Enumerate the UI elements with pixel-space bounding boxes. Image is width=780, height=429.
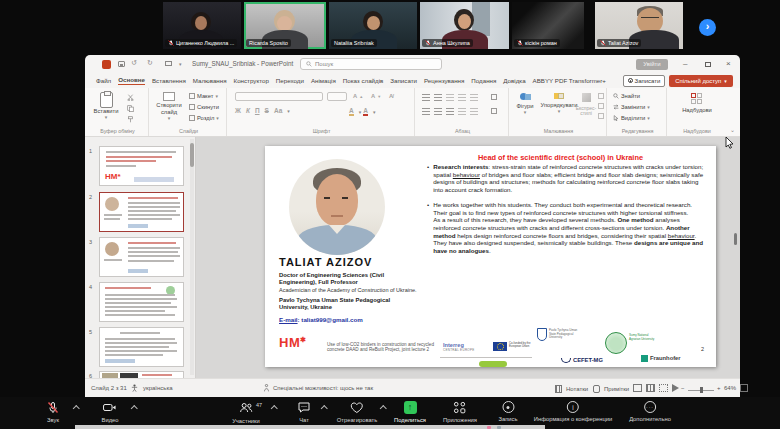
more-button[interactable]: ··· Дополнительно	[629, 401, 671, 422]
select-button[interactable]: Виділити▾	[613, 115, 650, 121]
tab-home[interactable]: Основне	[118, 76, 145, 85]
text-direction-icon[interactable]	[491, 94, 497, 100]
strikethrough-button[interactable]: S	[265, 107, 269, 114]
numbering-icon[interactable]	[434, 94, 442, 101]
slide-thumbnail-6[interactable]	[99, 371, 184, 378]
next-participants-page-button[interactable]: ›	[699, 19, 716, 36]
accessibility-person-icon[interactable]	[131, 384, 138, 393]
record-meeting-button[interactable]: Запись	[498, 401, 517, 422]
change-case-button[interactable]: Аа	[274, 107, 282, 114]
tab-record[interactable]: Записати	[390, 77, 417, 85]
share-button[interactable]: Спільний доступ▾	[669, 75, 733, 87]
search-input[interactable]: Пошук	[300, 58, 442, 70]
shape-fill-icon[interactable]	[598, 93, 604, 99]
share-screen-button[interactable]: ↑ Поделиться	[394, 401, 426, 423]
align-right-icon[interactable]	[446, 108, 454, 115]
tab-draw[interactable]: Малювання	[193, 77, 227, 85]
zoom-slider[interactable]	[688, 390, 714, 391]
meeting-info-button[interactable]: i Информация о конференции	[534, 401, 612, 422]
font-color-button[interactable]: А	[363, 107, 368, 116]
tab-help[interactable]: Довідка	[503, 77, 525, 85]
find-button[interactable]: Знайти	[613, 93, 640, 99]
underline-button[interactable]: П	[255, 107, 260, 114]
tab-slideshow[interactable]: Показ слайдів	[343, 77, 384, 85]
view-sorter-button[interactable]	[646, 384, 655, 392]
save-icon[interactable]	[118, 61, 125, 67]
participant-tile[interactable]: кісікін роман	[512, 2, 584, 49]
cut-button[interactable]	[127, 94, 134, 101]
audio-options-caret[interactable]	[73, 405, 79, 411]
format-painter-button[interactable]	[127, 116, 134, 123]
clear-formatting-button[interactable]: А̸	[389, 93, 393, 99]
react-button[interactable]: Отреагировать	[337, 401, 377, 423]
paste-button[interactable]: Вставити ▾	[93, 92, 119, 120]
status-language[interactable]: українська	[143, 385, 173, 391]
record-button[interactable]: Записати	[623, 75, 665, 87]
participants-button[interactable]: 47 Участники	[232, 401, 260, 424]
react-options-caret[interactable]	[380, 405, 386, 411]
participant-tile[interactable]: Nataliia Sribniak	[329, 2, 417, 49]
copy-button[interactable]	[127, 105, 134, 112]
audio-button[interactable]: Звук	[47, 401, 60, 423]
columns-icon[interactable]	[470, 108, 478, 115]
view-reading-button[interactable]	[659, 384, 668, 392]
video-button[interactable]: Видео	[102, 401, 119, 423]
zoom-percent[interactable]: 64%	[724, 385, 736, 391]
grow-font-button[interactable]: А▲	[353, 93, 363, 99]
slideshow-from-start-icon[interactable]	[165, 61, 172, 66]
slide-canvas[interactable]: Head of the scientific direct (school) i…	[265, 146, 716, 367]
align-center-icon[interactable]	[434, 108, 442, 115]
view-slideshow-button[interactable]	[672, 384, 679, 392]
slide-thumbnail-1[interactable]: HM*	[99, 146, 184, 186]
participants-options-caret[interactable]	[271, 405, 277, 411]
justify-icon[interactable]	[458, 108, 466, 115]
maximize-button[interactable]	[705, 62, 711, 67]
panel-scrollbar[interactable]	[190, 139, 194, 375]
signin-button[interactable]: Увійти	[636, 59, 668, 70]
accessibility-check-icon[interactable]	[263, 384, 270, 393]
highlight-color-button[interactable]: А	[349, 107, 354, 116]
shrink-font-button[interactable]: А▼	[371, 93, 381, 99]
bullets-icon[interactable]	[422, 94, 430, 101]
collapse-ribbon-icon[interactable]: ⌄	[730, 126, 735, 133]
slide-thumbnail-2-selected[interactable]	[99, 192, 184, 232]
section-button[interactable]: Розділ▾	[189, 115, 219, 121]
slide-thumbnail-4[interactable]	[99, 282, 184, 322]
tab-file[interactable]: Файл	[96, 77, 111, 85]
new-slide-button[interactable]: Створити слайд ▾	[153, 92, 185, 122]
arrange-button[interactable]: Упорядкувати ▾	[539, 93, 579, 114]
zoom-out-button[interactable]: −	[681, 385, 685, 391]
align-left-icon[interactable]	[422, 108, 430, 115]
participant-tile[interactable]: Циганенко Людмила ...	[163, 2, 241, 49]
undo-icon[interactable]: ↺	[131, 59, 137, 67]
video-options-caret[interactable]	[131, 405, 137, 411]
align-text-icon[interactable]	[491, 108, 497, 114]
minimize-button[interactable]: –	[683, 59, 687, 68]
shape-outline-icon[interactable]	[598, 103, 604, 109]
shape-effects-icon[interactable]	[598, 113, 604, 119]
close-button[interactable]: ×	[726, 59, 731, 68]
font-size-select[interactable]	[327, 92, 347, 101]
comments-button[interactable]: Примітки	[593, 385, 629, 393]
fit-slide-button[interactable]	[740, 384, 748, 392]
slide-thumbnail-3[interactable]	[99, 237, 184, 277]
italic-button[interactable]: К	[246, 107, 250, 114]
tab-transitions[interactable]: Переходи	[276, 77, 304, 85]
redo-icon[interactable]: ↻	[147, 59, 153, 67]
canvas-scrollbar-thumb[interactable]	[734, 233, 737, 245]
zoom-in-button[interactable]: +	[717, 385, 721, 391]
quick-access-more-icon[interactable]: ▾	[179, 61, 182, 67]
apps-button[interactable]: Приложения	[443, 401, 477, 423]
layout-button[interactable]: Макет▾	[189, 93, 218, 99]
reset-button[interactable]: Скинути	[189, 104, 219, 110]
accessibility-status[interactable]: Спеціальні можливості: щось не так	[273, 385, 373, 391]
participant-tile-active-speaker[interactable]: Ricarda Sposito	[244, 2, 326, 49]
replace-button[interactable]: Замінити▾	[613, 104, 650, 110]
notes-button[interactable]: Нотатки	[555, 385, 588, 393]
chat-button[interactable]: Чат	[298, 401, 311, 423]
slide-thumbnail-5[interactable]	[99, 327, 184, 367]
addins-button[interactable]: Надбудови	[677, 93, 717, 113]
chat-options-caret[interactable]	[321, 405, 327, 411]
shapes-button[interactable]: Фігури ▾	[511, 93, 539, 115]
tab-animations[interactable]: Анімація	[311, 77, 336, 85]
